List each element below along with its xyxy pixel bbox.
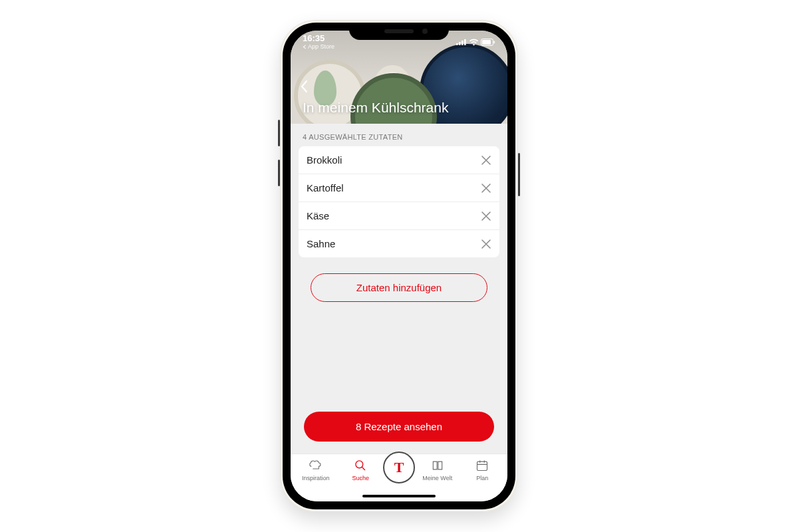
tab-meine-welt[interactable]: Meine Welt (415, 458, 460, 481)
svg-line-8 (362, 467, 365, 470)
tab-label: Suche (352, 475, 369, 481)
ingredient-row: Brokkoli (299, 146, 499, 174)
back-button[interactable] (300, 80, 308, 93)
home-indicator[interactable] (362, 495, 436, 497)
status-indicators (456, 39, 495, 46)
svg-rect-2 (462, 41, 464, 45)
page-header: 16:35 App Store In meinem (291, 31, 507, 124)
tab-label: Plan (476, 475, 488, 481)
selected-ingredients-label: 4 AUSGEWÄHLTE ZUTATEN (299, 133, 499, 146)
battery-icon (481, 39, 495, 46)
chef-hat-icon (309, 458, 323, 473)
svg-rect-3 (464, 39, 466, 45)
remove-ingredient-button[interactable] (481, 239, 491, 249)
signal-icon (456, 39, 467, 45)
svg-rect-6 (494, 41, 495, 43)
close-icon (481, 211, 491, 221)
ingredient-row: Kartoffel (299, 174, 499, 202)
ingredient-row: Käse (299, 202, 499, 230)
status-back-label: App Store (308, 44, 334, 50)
remove-ingredient-button[interactable] (481, 183, 491, 194)
svg-rect-9 (477, 462, 487, 470)
close-icon (481, 239, 491, 249)
ingredient-name: Käse (307, 210, 481, 221)
ingredient-name: Brokkoli (307, 154, 481, 166)
ingredient-name: Kartoffel (307, 182, 481, 194)
calendar-icon (475, 458, 489, 473)
phone-bezel: 16:35 App Store In meinem (283, 23, 515, 509)
search-icon (354, 458, 367, 473)
status-time: 16:35 (303, 34, 334, 43)
close-icon (481, 155, 491, 166)
tab-center-logo[interactable]: T (383, 452, 415, 483)
tab-suche[interactable]: Suche (338, 458, 384, 481)
chevron-left-icon (300, 80, 308, 93)
svg-rect-1 (459, 42, 461, 45)
add-ingredient-button[interactable]: Zutaten hinzufügen (311, 273, 487, 302)
content-area: 4 AUSGEWÄHLTE ZUTATEN Brokkoli Kartoffel (291, 124, 507, 454)
view-recipes-button[interactable]: 8 Rezepte ansehen (304, 412, 494, 442)
remove-ingredient-button[interactable] (481, 211, 491, 221)
spacer (299, 302, 499, 412)
tab-label: Meine Welt (422, 475, 452, 481)
remove-ingredient-button[interactable] (481, 155, 491, 166)
close-icon (481, 183, 491, 194)
phone-notch (349, 23, 449, 40)
svg-rect-5 (482, 40, 491, 45)
tab-inspiration[interactable]: Inspiration (293, 458, 338, 481)
tab-label: Inspiration (302, 475, 330, 481)
ingredient-name: Sahne (307, 238, 481, 249)
ingredient-row: Sahne (299, 230, 499, 257)
status-back-to-appstore[interactable]: App Store (303, 44, 334, 50)
book-icon (431, 458, 444, 473)
tab-bar: Inspiration Suche T Meine Welt (291, 454, 507, 501)
svg-rect-0 (456, 43, 458, 45)
page-title: In meinem Kühlschrank (303, 100, 448, 116)
phone-frame: 16:35 App Store In meinem (280, 20, 518, 512)
app-screen: 16:35 App Store In meinem (291, 31, 507, 501)
wifi-icon (469, 39, 479, 46)
ingredient-list: Brokkoli Kartoffel Käse (299, 146, 499, 257)
tab-plan[interactable]: Plan (460, 458, 505, 481)
